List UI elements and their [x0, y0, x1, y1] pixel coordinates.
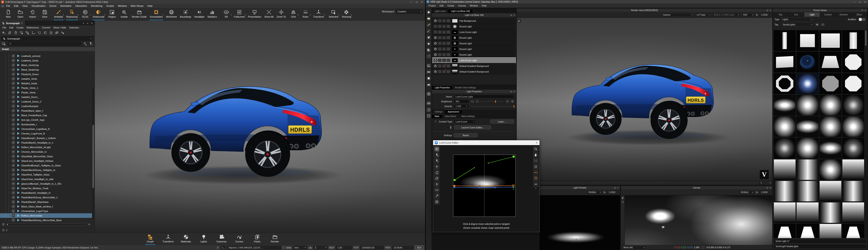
ncp-field[interactable]: 1.00: [336, 246, 352, 250]
paint-tool-icon[interactable]: [621, 196, 624, 199]
tree-node-black-seatscap[interactable]: ✓Black_SeatsCap: [0, 67, 92, 72]
dock-cameras[interactable]: Cameras: [214, 233, 229, 245]
undock-icon[interactable]: ➜: [87, 22, 88, 24]
preset-thumb-29[interactable]: [774, 181, 796, 201]
tree-node-glassred-taillights-glass[interactable]: ✓GlassRed_Taillights_Glass: [0, 172, 92, 177]
ce-move-button[interactable]: [434, 146, 439, 151]
tab-scenegraph[interactable]: Scenegraph✕: [0, 21, 25, 25]
tree-node-chrome-mirrorsside-in[interactable]: ✓Chrome_MirrorsSide_In: [0, 149, 92, 154]
type-select[interactable]: Lights▾: [781, 18, 813, 21]
tree-node-leathera-seats[interactable]: ✓LeatherA_Seats: [0, 58, 92, 63]
power-toggle[interactable]: [434, 25, 437, 28]
tree-node-glassredbumpc-taillights-in-glass[interactable]: ✓GlassRedBumpC_Taillights_In_Glass: [0, 163, 92, 168]
light-preview-image[interactable]: [540, 195, 620, 250]
tree-node-metalint-vents[interactable]: ✓metalInt_Vents: [0, 77, 92, 81]
preset-thumb-5[interactable]: [774, 52, 796, 73]
cursor-toggle[interactable]: [442, 53, 446, 56]
sg-docab-button[interactable]: A/b: [49, 30, 53, 35]
preset-thumb-33[interactable]: [774, 202, 796, 223]
tab-render-view-settings[interactable]: Render View Settings: [453, 85, 478, 90]
paint-tool-icon[interactable]: [517, 19, 521, 23]
visibility-checkbox[interactable]: ✓: [12, 136, 15, 140]
sg-menu-create[interactable]: Create: [15, 26, 25, 29]
light-row-default-gradient-background[interactable]: S✕Default Gradient Background: [433, 63, 516, 69]
solo-toggle[interactable]: S: [438, 47, 442, 51]
toolbar-selection[interactable]: Selection▾: [327, 9, 340, 21]
tree-node-plastic-vents[interactable]: ✓Plastic_Vents: [0, 90, 92, 95]
tree-node-plasticblackd-headlight-in-1[interactable]: ✓PlasticBlackD_Headlight_In_1: [0, 140, 92, 145]
link-icon[interactable]: [216, 246, 219, 249]
preset-thumb-22[interactable]: [796, 138, 818, 159]
tree-node-glassledbumpc-headlight-in-1-001[interactable]: ✓glassLedBumpC_Headlight_In_1_001: [0, 182, 92, 186]
toolbar-texturing[interactable]: Texturing▾: [340, 9, 353, 21]
units-select[interactable]: mm▾: [293, 246, 307, 250]
visibility-checkbox[interactable]: ✓: [12, 168, 15, 172]
pin-icon[interactable]: ⊟: [767, 9, 768, 11]
brightness-minus-button[interactable]: −: [476, 100, 479, 103]
preset-thumb-17[interactable]: [774, 116, 796, 137]
pin-icon[interactable]: ⊟: [614, 187, 616, 189]
visibility-checkbox[interactable]: ✓: [12, 95, 15, 99]
reflection-count-field[interactable]: 1: [759, 181, 767, 185]
preset-thumb-19[interactable]: [819, 116, 841, 137]
solo-toggle[interactable]: S: [438, 64, 442, 67]
toolbar-new[interactable]: New: [2, 9, 14, 21]
visibility-checkbox[interactable]: ✓: [12, 205, 15, 208]
ce-fit-button[interactable]: [533, 164, 538, 169]
visibility-checkbox[interactable]: ✓: [12, 68, 15, 71]
menu-interaction[interactable]: Interaction: [73, 5, 89, 7]
close-icon[interactable]: ✕: [421, 1, 423, 3]
solo-toggle[interactable]: S: [438, 70, 442, 73]
clear-filter-icon[interactable]: [83, 41, 88, 46]
menu-create[interactable]: Create: [445, 4, 456, 7]
brightness-slider[interactable]: [480, 100, 504, 103]
close-icon[interactable]: ✕: [864, 1, 866, 3]
minimize-icon[interactable]: —: [410, 1, 412, 3]
viewport-3d[interactable]: [95, 21, 425, 233]
toolbar-region[interactable]: Region: [106, 9, 118, 21]
tree-node-plasticblackd-headlight-in[interactable]: ✓PlasticBlackD_Headlight_In: [0, 191, 92, 195]
preset-tab-element[interactable]: Element: [836, 12, 852, 17]
cursor-toggle[interactable]: [442, 59, 446, 62]
power-toggle[interactable]: [434, 53, 437, 56]
tree-node-chrome-logofront-r[interactable]: ✓Chrome_LogoFront_R: [0, 131, 92, 136]
visibility-checkbox[interactable]: ✓: [12, 196, 15, 199]
solo-toggle[interactable]: S: [438, 59, 442, 62]
solo-toggle[interactable]: S: [438, 25, 442, 28]
menu-canvas[interactable]: Canvas: [456, 4, 468, 7]
refresh-icon[interactable]: ↻: [756, 191, 758, 194]
preset-thumb-28[interactable]: [842, 159, 864, 180]
preset-thumb-30[interactable]: [796, 181, 818, 201]
favorite-icon[interactable]: [815, 23, 819, 27]
tree-node-plasticblack-wiper-f[interactable]: ✓PlasticBlack_wiper_f: [0, 108, 92, 113]
audition-toggle[interactable]: [859, 18, 866, 21]
visibility-checkbox[interactable]: ✓: [12, 214, 15, 217]
preset-name-field[interactable]: Scrim Light 17: [774, 239, 866, 244]
select-tool-icon[interactable]: [621, 200, 624, 204]
tree-node-glassmatt-mirrorsside-glass[interactable]: ✓GlassMatt_MirrorsSide_Glass: [0, 154, 92, 159]
sg-del-button[interactable]: [13, 30, 18, 35]
solo-toggle[interactable]: S: [438, 19, 442, 22]
hdr-save-button[interactable]: HDR: [426, 101, 431, 106]
preset-thumb-39[interactable]: [819, 224, 841, 238]
sg-move-button[interactable]: [31, 30, 36, 35]
solo-toggle[interactable]: S: [438, 53, 442, 56]
cursor-toggle[interactable]: [442, 42, 446, 45]
up-axis-select[interactable]: Z▾: [313, 246, 328, 250]
tab-light-looks[interactable]: Light Looks: [432, 9, 448, 13]
frame-toggle[interactable]: [446, 64, 450, 67]
visibility-checkbox[interactable]: ✓: [12, 91, 15, 94]
light-row-round-light[interactable]: SRound Light: [433, 24, 516, 29]
sg-selg-button[interactable]: [25, 30, 30, 35]
menu-window[interactable]: Window: [468, 4, 480, 7]
preset-thumb-4[interactable]: [842, 30, 864, 51]
preset-tab-effect[interactable]: Effect: [851, 12, 867, 17]
refresh-icon[interactable]: ↻: [756, 13, 758, 17]
solo-toggle[interactable]: S: [438, 30, 442, 34]
fcp-field[interactable]: 1000000.00: [360, 246, 384, 250]
tree-node-reflect-mirrorsside-inlight[interactable]: ✓Reflect_MirrorsSide_InLight: [0, 145, 92, 149]
frame-toggle[interactable]: [446, 19, 450, 22]
icv-button[interactable]: ICV: [415, 246, 423, 250]
search-options-icon[interactable]: [1, 41, 6, 46]
close-icon[interactable]: ✕: [514, 90, 515, 93]
